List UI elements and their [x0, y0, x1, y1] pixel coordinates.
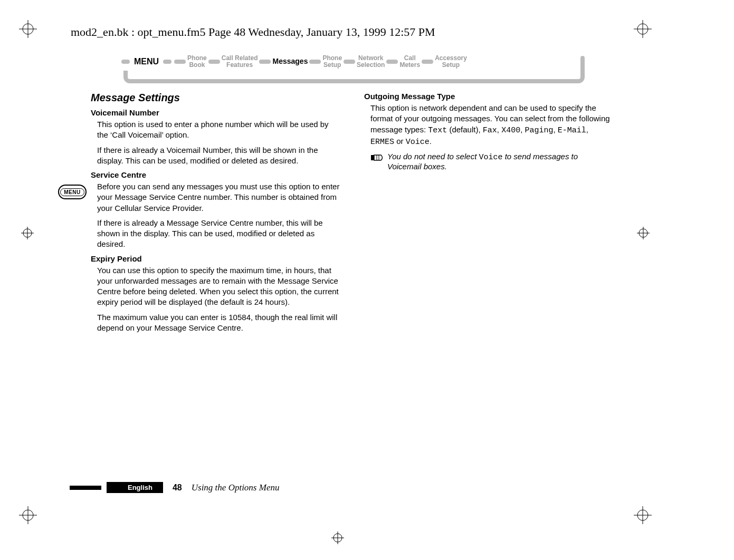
nav-item-messages: Messages: [272, 57, 308, 65]
menu-key-icon: MENU: [58, 185, 87, 199]
msg-type-email: E-Mail: [558, 126, 586, 135]
section-title: Message Settings: [91, 92, 340, 104]
nav-item-phone-setup: Phone Setup: [322, 55, 342, 69]
body-text: If there is already a Message Service Ce…: [97, 218, 340, 250]
section-name: Using the Options Menu: [192, 482, 280, 493]
nav-item-accessory-setup: Accessory Setup: [435, 55, 467, 69]
crop-mark-icon: [19, 20, 37, 38]
nav-connector: [121, 60, 130, 64]
body-text: The maximum value you can enter is 10584…: [97, 312, 340, 334]
nav-connector: [344, 60, 355, 64]
register-mark-icon: [21, 227, 34, 239]
register-mark-icon: [637, 227, 650, 239]
msg-type-text: Text: [428, 126, 447, 135]
nav-connector: [309, 60, 321, 64]
nav-menu-label: MENU: [134, 57, 159, 66]
msg-type-paging: Paging: [525, 126, 553, 135]
nav-loop-connector: [580, 56, 585, 74]
msg-type-fax: Fax: [483, 126, 497, 135]
page-footer: English 48 Using the Options Menu: [70, 482, 279, 493]
menu-key-label: MENU: [60, 188, 84, 196]
nav-connector: [422, 60, 433, 64]
svg-rect-21: [371, 155, 374, 160]
doc-header-path: mod2_en.bk : opt_menu.fm5 Page 48 Wednes…: [71, 25, 435, 39]
heading-expiry-period: Expiry Period: [91, 254, 340, 263]
nav-connector: [174, 60, 186, 64]
nav-connector: [386, 60, 398, 64]
note-text: You do not need to select Voice to send …: [387, 152, 613, 171]
msg-type-voice: Voice: [406, 138, 430, 147]
heading-service-centre: Service Centre: [91, 170, 340, 179]
note-hand-icon: [370, 153, 384, 171]
heading-outgoing-message-type: Outgoing Message Type: [364, 92, 613, 101]
nav-connector: [208, 60, 220, 64]
crop-mark-icon: [19, 506, 37, 524]
crop-mark-icon: [634, 506, 652, 524]
menu-breadcrumb: MENU Phone Book Call Related Features Me…: [120, 53, 585, 81]
language-badge: English: [107, 482, 163, 493]
page-number: 48: [173, 483, 182, 493]
body-text: Before you can send any messages you mus…: [97, 181, 340, 214]
body-text: If there is already a Voicemail Number, …: [97, 145, 340, 167]
note-block: You do not need to select Voice to send …: [370, 152, 613, 171]
nav-item-call-meters: Call Meters: [399, 55, 420, 69]
heading-voicemail-number: Voicemail Number: [91, 108, 340, 117]
right-column: Outgoing Message Type This option is net…: [364, 92, 613, 337]
nav-connector: [163, 60, 171, 64]
msg-type-x400: X400: [501, 126, 520, 135]
nav-connector: [259, 60, 271, 64]
body-text: This option is network dependent and can…: [370, 103, 613, 148]
left-column: Message Settings Voicemail Number This o…: [91, 92, 340, 337]
nav-item-call-related: Call Related Features: [222, 55, 258, 69]
nav-item-phone-book: Phone Book: [187, 55, 207, 69]
nav-item-network-selection: Network Selection: [357, 55, 385, 69]
note-voice-code: Voice: [479, 153, 502, 162]
register-mark-icon: [331, 532, 344, 544]
nav-loop-connector: [123, 71, 585, 83]
body-text: You can use this option to specify the m…: [97, 265, 340, 308]
crop-mark-icon: [634, 20, 652, 38]
msg-type-ermes: ERMES: [370, 138, 394, 147]
footer-bar: [70, 486, 101, 490]
body-text: This option is used to enter a phone num…: [97, 119, 340, 141]
